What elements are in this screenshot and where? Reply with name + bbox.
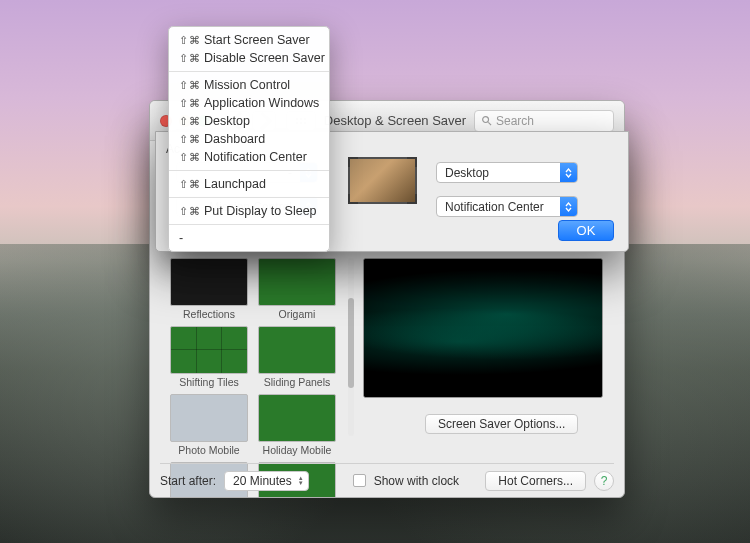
corner-action-menu: ⇧⌘Start Screen Saver⇧⌘Disable Screen Sav… [168,26,330,252]
modifier-keys-icon: ⇧⌘ [179,97,200,110]
ok-button[interactable]: OK [558,220,614,241]
window-title: Desktop & Screen Saver [322,113,468,128]
menu-item[interactable]: ⇧⌘Mission Control [169,76,329,94]
screensaver-thumb[interactable]: Holiday Mobile [258,394,336,456]
bottom-bar: Start after: 20 Minutes ▲▼ Show with clo… [160,463,614,489]
corner-indicator-icon [348,194,358,204]
menu-separator [169,224,329,225]
screensaver-grid: Reflections Origami Shifting Tiles Slidi… [170,258,345,498]
screensaver-preview [363,258,603,398]
start-after-select[interactable]: 20 Minutes ▲▼ [224,471,309,491]
screensaver-thumb[interactable]: Shifting Tiles [170,326,248,388]
chevron-up-down-icon [560,163,577,182]
menu-item[interactable]: ⇧⌘Notification Center [169,148,329,166]
modifier-keys-icon: ⇧⌘ [179,79,200,92]
menu-item-label: Start Screen Saver [204,33,310,47]
modifier-keys-icon: ⇧⌘ [179,151,200,164]
monitor-thumbnail [348,157,417,204]
corner-indicator-icon [407,157,417,167]
svg-point-6 [483,117,489,123]
menu-item[interactable]: - [169,229,329,247]
menu-item[interactable]: ⇧⌘Put Display to Sleep [169,202,329,220]
screensaver-thumb[interactable]: Origami [258,258,336,320]
search-icon [481,115,492,126]
menu-item-label: Application Windows [204,96,319,110]
menu-item-label: Desktop [204,114,250,128]
modifier-keys-icon: ⇧⌘ [179,205,200,218]
start-after-value: 20 Minutes [233,474,292,488]
menu-item-label: Launchpad [204,177,266,191]
corner-indicator-icon [348,157,358,167]
menu-item-label: Put Display to Sleep [204,204,317,218]
screen-saver-options-button[interactable]: Screen Saver Options... [425,414,578,434]
screensaver-thumb[interactable]: Sliding Panels [258,326,336,388]
menu-item[interactable]: ⇧⌘Start Screen Saver [169,31,329,49]
corner-top-right-select[interactable]: Desktop [436,162,578,183]
menu-separator [169,71,329,72]
corner-indicator-icon [407,194,417,204]
modifier-keys-icon: ⇧⌘ [179,178,200,191]
menu-item[interactable]: ⇧⌘Launchpad [169,175,329,193]
modifier-keys-icon: ⇧⌘ [179,52,200,65]
show-with-clock-label: Show with clock [374,474,459,488]
menu-separator [169,197,329,198]
menu-item[interactable]: ⇧⌘Disable Screen Saver [169,49,329,67]
menu-item-label: Disable Screen Saver [204,51,325,65]
modifier-keys-icon: ⇧⌘ [179,115,200,128]
hot-corners-button[interactable]: Hot Corners... [485,471,586,491]
corner-bottom-right-select[interactable]: Notification Center [436,196,578,217]
start-after-label: Start after: [160,474,216,488]
menu-separator [169,170,329,171]
menu-item-label: Mission Control [204,78,290,92]
show-with-clock-checkbox[interactable] [353,474,366,487]
menu-item[interactable]: ⇧⌘Application Windows [169,94,329,112]
screensaver-thumb[interactable]: Photo Mobile [170,394,248,456]
menu-item-label: Dashboard [204,132,265,146]
menu-item-label: Notification Center [204,150,307,164]
search-placeholder: Search [496,114,534,128]
svg-line-7 [488,122,491,125]
grid-scrollbar[interactable] [348,258,354,436]
menu-item[interactable]: ⇧⌘Desktop [169,112,329,130]
search-input[interactable]: Search [474,110,614,132]
help-button[interactable]: ? [594,471,614,491]
chevron-up-down-icon [560,197,577,216]
screensaver-thumb[interactable]: Reflections [170,258,248,320]
stepper-icon: ▲▼ [298,476,304,486]
modifier-keys-icon: ⇧⌘ [179,133,200,146]
menu-item[interactable]: ⇧⌘Dashboard [169,130,329,148]
scrollbar-knob[interactable] [348,298,354,388]
modifier-keys-icon: ⇧⌘ [179,34,200,47]
